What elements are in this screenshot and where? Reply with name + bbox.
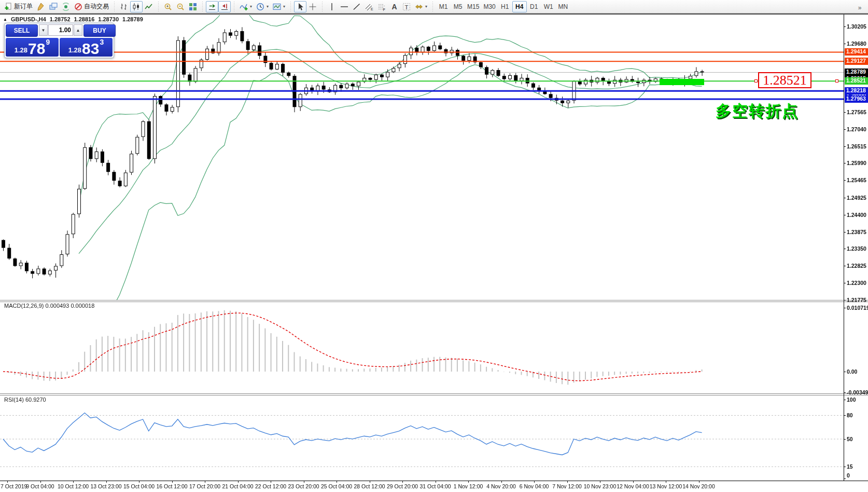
time-tick-label: 14 Nov 20:00 (682, 483, 715, 489)
buy-button[interactable]: BUY (83, 24, 116, 37)
horizontal-line-icon (340, 3, 348, 11)
styler-button[interactable] (35, 1, 47, 12)
toolbar-separator (113, 2, 116, 12)
time-tick-label: 16 Oct 12:00 (156, 483, 187, 489)
timeframe-mn[interactable]: MN (556, 1, 570, 12)
templates-button[interactable]: ▾ (271, 1, 287, 12)
timeframe-w1[interactable]: W1 (541, 1, 556, 12)
toolbar-separator (201, 2, 204, 12)
time-tick-label: 17 Oct 20:00 (189, 483, 220, 489)
chart-windows-button[interactable] (47, 1, 60, 12)
bar-chart-button[interactable] (118, 1, 130, 12)
chinese-annotation[interactable]: 多空转折点 (716, 101, 799, 122)
brush-icon (37, 3, 45, 11)
sell-price-big: 78 (28, 42, 45, 56)
text-button[interactable]: A (388, 1, 400, 12)
sell-price-button[interactable]: 1.28 78 9 (6, 38, 59, 57)
signal-icon (62, 3, 70, 11)
signals-button[interactable] (60, 1, 72, 12)
toolbar: 新订单自动交易▾▾▾EFAT▾M1M5M15M30H1H4D1W1MN (0, 0, 868, 13)
rsi-tick-label: 15 (847, 463, 853, 470)
timeframe-d1[interactable]: D1 (527, 1, 541, 12)
rsi-header: RSI(14) 60.9270 (4, 397, 46, 403)
autotrading-icon (74, 3, 82, 11)
time-tick-label: 15 Oct 04:00 (123, 483, 155, 489)
price-tick-label: 1.26515 (847, 143, 866, 149)
ohlc-low: 1.28730 (98, 16, 119, 22)
toolbar-separator (157, 2, 160, 12)
time-tick-label: 25 Oct 04:00 (321, 483, 352, 489)
toolbar-overflow-button[interactable]: » (853, 2, 866, 13)
bar-chart-icon (120, 3, 128, 11)
collapse-panel-icon[interactable]: ▲ (3, 17, 7, 22)
candlestick-icon (132, 3, 141, 11)
zoom-in-button[interactable] (162, 1, 174, 12)
timeframe-h4[interactable]: H4 (512, 1, 527, 12)
price-tick-label: 1.30205 (847, 23, 866, 30)
hline-price-label: 1.27963 (845, 95, 868, 103)
line-chart-button[interactable] (143, 1, 155, 12)
line-handle[interactable] (754, 79, 758, 83)
arrows-button[interactable]: ▾ (413, 1, 429, 12)
time-tick-label: 13 Nov 12:00 (650, 483, 682, 489)
timeframe-m15[interactable]: M15 (465, 1, 481, 12)
tile-windows-button[interactable] (187, 1, 199, 12)
cursor-icon (296, 3, 304, 11)
indicators-button[interactable]: ▾ (237, 1, 254, 12)
crosshair-button[interactable] (306, 1, 319, 12)
candlestick-chart-button[interactable] (130, 1, 143, 12)
toolbar-separator (232, 2, 236, 12)
fibonacci-icon: F (377, 3, 386, 11)
chart-shift-button[interactable] (218, 1, 231, 12)
equidistant-channel-button[interactable]: E (363, 1, 375, 12)
timeframe-m30[interactable]: M30 (481, 1, 497, 12)
price-callout-box[interactable]: 1.28521 (758, 72, 811, 88)
new-order-label: 新订单 (14, 2, 33, 11)
price-tick-label: 1.23875 (847, 229, 866, 235)
highlight-rectangle-object[interactable] (660, 79, 704, 85)
chevron-down-icon: ▾ (250, 4, 252, 9)
timeframe-m5[interactable]: M5 (451, 1, 465, 12)
windows-icon (49, 3, 58, 11)
autotrading-button[interactable]: 自动交易 (72, 1, 111, 12)
volume-input[interactable] (48, 24, 73, 36)
horizontal-line-button[interactable] (338, 1, 351, 12)
trendline-button[interactable] (351, 1, 363, 12)
time-tick-label: 31 Oct 04:00 (419, 483, 451, 489)
time-tick-label: 13 Oct 23:00 (90, 483, 121, 489)
chevron-down-icon: ▾ (283, 4, 285, 9)
time-tick-label: 4 Nov 20:00 (486, 483, 516, 489)
periods-button[interactable]: ▾ (254, 1, 271, 12)
ohlc-open: 1.28752 (50, 16, 71, 22)
time-axis: 7 Oct 20199 Oct 04:0010 Oct 12:0013 Oct … (0, 483, 868, 492)
vertical-line-button[interactable] (326, 1, 338, 12)
macd-tick-label: 0.010719 (847, 305, 868, 311)
time-tick-label: 29 Oct 20:00 (387, 483, 418, 489)
fibonacci-button[interactable]: F (375, 1, 388, 12)
auto-scroll-button[interactable] (206, 1, 218, 12)
timeframe-m1[interactable]: M1 (436, 1, 451, 12)
new-order-button[interactable]: 新订单 (2, 1, 35, 12)
price-tick-label: 1.22300 (847, 280, 866, 286)
auto-scroll-icon (208, 3, 216, 11)
line-chart-icon (145, 3, 153, 11)
volume-increase-button[interactable]: ▲ (74, 24, 82, 36)
chart-canvas[interactable] (0, 0, 868, 492)
chart-shift-icon (220, 3, 229, 11)
line-handle[interactable] (835, 79, 838, 83)
cursor-button[interactable] (294, 1, 306, 12)
pane-divider-rsi[interactable] (0, 392, 868, 395)
text-label-button[interactable]: T (400, 1, 413, 12)
timeframe-h1[interactable]: H1 (498, 1, 512, 12)
price-tick-label: 1.25990 (847, 160, 866, 166)
sell-price-prefix: 1.28 (15, 46, 27, 54)
sell-button[interactable]: SELL (6, 24, 38, 37)
buy-price-big: 83 (82, 42, 99, 56)
volume-decrease-button[interactable]: ▼ (39, 24, 48, 36)
zoom-out-button[interactable] (174, 1, 187, 12)
buy-price-button[interactable]: 1.28 83 3 (60, 38, 113, 57)
price-tick-label: 1.22825 (847, 263, 866, 269)
pane-divider-macd[interactable] (0, 299, 868, 302)
time-tick-label: 12 Nov 04:00 (617, 483, 649, 489)
indicators-icon (240, 3, 248, 11)
